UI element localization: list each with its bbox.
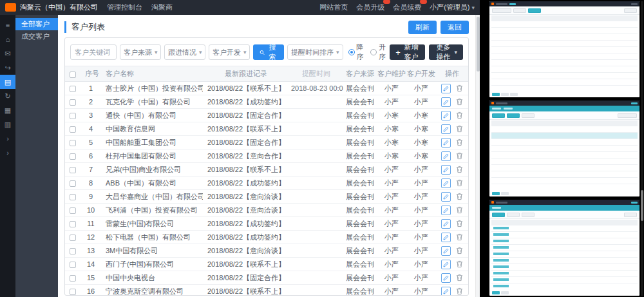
edit-button[interactable] <box>441 138 451 148</box>
more-actions-button[interactable]: 更多操作 ▾ <box>429 44 463 60</box>
followup-select[interactable]: 跟进情况 ▾ <box>164 44 205 60</box>
sidebar-item-all-customers[interactable]: 全部客户 <box>15 18 58 30</box>
delete-button[interactable] <box>456 166 463 173</box>
delete-button[interactable] <box>456 98 463 106</box>
browser-scrollbar[interactable] <box>641 1 643 296</box>
add-customer-button[interactable]: + 新增客户 <box>390 44 425 60</box>
th-latest-record[interactable]: 最新跟进记录 <box>203 66 289 82</box>
delete-button[interactable] <box>456 220 463 227</box>
chart-icon[interactable]: ▥ <box>0 117 15 131</box>
message-icon[interactable]: ✉ <box>0 46 15 61</box>
chevron-right-icon-2[interactable]: › <box>0 146 15 160</box>
delete-button[interactable] <box>456 111 463 119</box>
edit-button[interactable] <box>441 219 451 229</box>
delete-button[interactable] <box>456 247 463 254</box>
delete-button[interactable] <box>456 179 463 187</box>
row-checkbox[interactable] <box>70 275 76 282</box>
row-checkbox[interactable] <box>70 194 76 200</box>
nav-member-renew[interactable]: 会员续费 <box>393 3 421 12</box>
row-checkbox[interactable] <box>70 86 76 92</box>
th-keeper[interactable]: 客户维护 <box>377 66 406 82</box>
nav-taojushang[interactable]: 淘聚商 <box>151 3 173 12</box>
row-checkbox[interactable] <box>70 126 76 133</box>
delete-button[interactable] <box>456 206 463 214</box>
edit-button[interactable] <box>441 233 451 242</box>
delete-button[interactable] <box>456 233 463 241</box>
row-checkbox[interactable] <box>70 140 76 146</box>
edit-button[interactable] <box>441 124 451 134</box>
delete-button[interactable] <box>456 84 463 92</box>
edit-button[interactable] <box>441 287 451 296</box>
edit-button[interactable] <box>441 151 451 161</box>
user-menu[interactable]: 小严(管理员) ▾ <box>430 3 475 12</box>
search-button[interactable]: 搜索 <box>253 44 284 60</box>
th-index[interactable]: 序号 <box>80 66 101 82</box>
back-button[interactable]: 返回 <box>440 21 469 34</box>
edit-button[interactable] <box>441 165 451 175</box>
delete-button[interactable] <box>456 260 463 268</box>
edit-button[interactable] <box>441 84 451 93</box>
row-checkbox[interactable] <box>70 99 76 106</box>
edit-button[interactable] <box>441 97 451 107</box>
nav-site-home[interactable]: 网站首页 <box>319 3 348 12</box>
row-checkbox[interactable] <box>70 221 76 227</box>
app-scrollbar[interactable] <box>475 15 480 297</box>
menu-icon[interactable]: ≡ <box>0 18 15 32</box>
cell-customer-name: ABB（中国）有限公司 <box>101 177 203 190</box>
browser-scrollbar-thumb[interactable] <box>641 190 643 221</box>
refresh-button[interactable]: 刷新 <box>408 21 437 34</box>
row-checkbox[interactable] <box>70 113 76 119</box>
select-all-checkbox[interactable] <box>70 72 76 78</box>
row-checkbox[interactable] <box>70 289 76 295</box>
home-icon[interactable]: ⌂ <box>0 32 15 46</box>
nav-admin-console[interactable]: 管理控制台 <box>107 3 142 12</box>
edit-button[interactable] <box>441 111 451 120</box>
edit-button[interactable] <box>441 246 451 256</box>
app-logo-icon[interactable] <box>5 3 16 12</box>
th-developer[interactable]: 客户开发 <box>406 66 436 82</box>
cell-keeper: 小严 <box>377 271 406 285</box>
cell-keeper: 小严 <box>377 244 406 258</box>
delete-button[interactable] <box>456 274 463 282</box>
archive-icon[interactable]: ▦ <box>0 103 15 117</box>
sort-desc-radio[interactable]: 降序 <box>348 43 365 62</box>
refresh-icon[interactable]: ↻ <box>0 89 15 103</box>
edit-button[interactable] <box>441 192 451 202</box>
th-customer-name[interactable]: 客户名称 <box>101 66 203 82</box>
delete-button[interactable] <box>456 125 463 133</box>
remind-sort-select[interactable]: 提醒时间排序 ▾ <box>287 44 343 60</box>
nav-member-upgrade[interactable]: 会员升级 <box>356 3 384 12</box>
th-remind-time[interactable]: 提醒时间 <box>289 66 343 82</box>
develop-select[interactable]: 客户开发 ▾ <box>209 44 250 60</box>
row-checkbox[interactable] <box>70 207 76 214</box>
source-select[interactable]: 客户来源 ▾ <box>120 44 161 60</box>
delete-button[interactable] <box>456 287 463 295</box>
edit-button[interactable] <box>441 260 451 269</box>
keyword-input[interactable] <box>70 44 117 60</box>
row-checkbox[interactable] <box>70 248 76 254</box>
cell-developer: 小严 <box>406 258 436 271</box>
delete-button[interactable] <box>456 193 463 200</box>
row-checkbox[interactable] <box>70 235 76 241</box>
delete-button[interactable] <box>456 152 463 160</box>
signout-icon[interactable]: ↪ <box>0 61 15 75</box>
edit-button[interactable] <box>441 206 451 215</box>
delete-button[interactable] <box>456 139 463 146</box>
edit-button[interactable] <box>441 178 451 188</box>
company-name[interactable]: 淘聚云（中国）有限公司 <box>20 3 98 12</box>
table-header-row: 序号 客户名称 最新跟进记录 提醒时间 客户来源 <box>65 66 468 82</box>
cell-keeper: 小严 <box>377 177 406 190</box>
row-checkbox[interactable] <box>70 167 76 173</box>
edit-button[interactable] <box>441 273 451 283</box>
sort-asc-radio[interactable]: 升序 <box>370 43 386 62</box>
cell-index: 8 <box>80 177 101 190</box>
chevron-right-icon[interactable]: › <box>0 131 15 146</box>
row-checkbox[interactable] <box>70 262 76 268</box>
row-checkbox[interactable] <box>70 180 76 187</box>
sidebar-item-deal-customers[interactable]: 成交客户 <box>15 30 58 43</box>
th-actions[interactable]: 操作 <box>436 66 468 82</box>
customer-list-icon[interactable]: ▤ <box>0 75 15 89</box>
preview-chip <box>492 8 511 13</box>
row-checkbox[interactable] <box>70 153 76 160</box>
th-source[interactable]: 客户来源 <box>343 66 377 82</box>
